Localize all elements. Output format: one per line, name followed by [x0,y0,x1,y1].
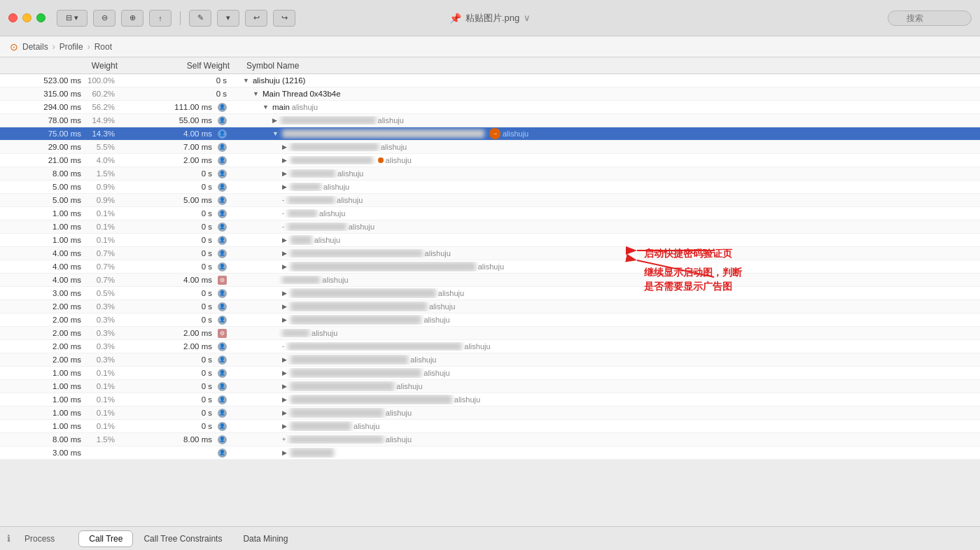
forward-button[interactable]: ↪ [273,10,295,27]
table-row[interactable]: 315.00 ms60.2%0 s▼Main Thread 0x43b4e [0,87,980,101]
table-row[interactable]: 523.00 ms100.0%0 s▼alishuju (1216) [0,74,980,87]
table-row[interactable]: 1.00 ms0.1%0 s👤▶▶[ npl alishuju [0,234,980,247]
expand-icon[interactable]: ▶ [282,423,287,430]
expand-icon[interactable]: ▶ [282,369,287,376]
weight-cell: 29.00 ms5.5% [0,143,126,151]
expand-icon[interactable]: ▶ [282,250,287,257]
reply-button[interactable]: ↩ [245,10,267,27]
table-row[interactable]: 2.00 ms0.3%2.00 ms⚙0xfffffffc alishuju [0,327,980,340]
close-button[interactable] [8,13,18,22]
weight-pct: 0.7% [87,249,115,258]
tab-data-mining[interactable]: Data Mining [232,530,298,547]
table-row[interactable]: 1.00 ms0.1%0 s👤▶▶[ ViewController deallo… [0,407,980,420]
table-row[interactable]: 2.00 ms0.3%2.00 ms👤-__5[ st:successBlock… [0,340,980,353]
symbol-name: cbWnq8l u [282,276,320,284]
weight-pct: 14.9% [87,116,115,125]
self-weight-ms: 7.00 ms [170,143,212,152]
pin-button[interactable]: ✎ [189,10,211,27]
view-toggle-button[interactable]: ⊟ ▾ [57,10,88,27]
expand-icon[interactable]: ▶ [282,356,287,363]
table-row[interactable]: 1.00 ms0.1%0 s👤▶▶[ ach_if_enable alishuj… [0,420,980,433]
expand-icon[interactable]: ▶ [282,409,287,416]
blurred-symbol: + [ siomaskSwizzling load] [289,435,384,444]
user-icon: 👤 [218,316,227,325]
table-row[interactable]: 1.00 ms0.1%0 s👤▶▶[ :He r succeedCallback… [0,367,980,380]
expand-icon[interactable]: ▶ [282,157,287,164]
library-name: alishuju [386,435,412,444]
table-row[interactable]: 2.00 ms0.3%0 s👤▶▶[ r(VCLife) viewDidLayo… [0,300,980,313]
table-row[interactable]: 2.00 ms0.3%0 s👤▶▶[ RenderSample]_block_i… [0,353,980,367]
expand-icon[interactable]: ▶ [282,396,287,403]
table-row[interactable]: 1.00 ms0.1%0 s👤▶▶[ iceManager applicatio… [0,393,980,407]
expand-icon[interactable]: ▶ [282,449,287,456]
self-weight-cell: 7.00 ms👤 [126,143,238,152]
expand-icon[interactable]: + [282,436,286,443]
expand-icon[interactable]: ▶ [282,263,287,270]
table-row[interactable]: 1.00 ms0.1%0 s👤--[ lVane] alishuju [0,207,980,220]
expand-icon[interactable]: ▶ [282,143,287,150]
weight-cell: 3.00 ms [0,449,126,457]
expand-icon[interactable]: - [282,197,284,204]
expand-icon[interactable]: - [282,343,284,350]
table-row[interactable]: 2.00 ms0.3%0 s👤▶▶__41[ ConfigUpdate]_blo… [0,313,980,327]
expand-icon[interactable]: ▶ [282,183,287,190]
blurred-symbol: ▶[ ViewController dealloc] [290,408,384,418]
expand-icon[interactable]: ▶ [282,170,287,177]
tab-call-tree[interactable]: Call Tree [78,530,133,547]
expand-icon[interactable]: ▶ [272,117,277,124]
library-name: alishuju [424,369,449,377]
table-row[interactable]: 1.00 ms0.1%0 s👤▶▶[ nager checkRunLocalFi… [0,380,980,393]
expand-button[interactable]: ▾ [217,10,239,27]
table-row[interactable]: 21.00 ms4.0%2.00 ms👤▶-[ ntroller viewDid… [0,154,980,167]
symbol-name: -[ ntroller viewDidLoad] [290,156,373,164]
tab-call-tree-constraints[interactable]: Call Tree Constraints [133,530,232,547]
library-name: alishuju [503,129,528,138]
share-button[interactable]: ↑ [149,10,172,27]
table-row[interactable]: 294.00 ms56.2%111.00 ms👤▼main alishuju [0,101,980,114]
zoom-out-button[interactable]: ⊖ [93,10,115,27]
minimize-button[interactable] [22,13,31,22]
traffic-lights [8,13,46,22]
weight-cell: 4.00 ms0.7% [0,276,126,284]
breadcrumb-profile[interactable]: Profile [59,42,83,52]
table-row[interactable]: 3.00 ms0.5%0 s👤▶▶_4[ ildNetworkOpeation:… [0,287,980,300]
expand-icon[interactable]: ▶ [282,303,287,310]
maximize-button[interactable] [36,13,46,22]
table-row[interactable]: 75.00 ms14.3%4.00 ms👤▼[A Delegate applic… [0,127,980,141]
expand-icon[interactable]: ▼ [272,130,279,137]
search-input[interactable] [888,10,972,26]
weight-cell: 2.00 ms0.3% [0,329,126,337]
table-row[interactable]: 78.00 ms14.9%55.00 ms👤▶[A ntroller viewD… [0,114,980,127]
expand-icon[interactable]: - [282,210,284,217]
table-row[interactable]: 4.00 ms0.7%4.00 ms⚙cbWnq8l u alishuju [0,274,980,287]
expand-icon[interactable]: ▼ [262,104,269,111]
breadcrumb-root[interactable]: Root [94,42,112,52]
expand-icon[interactable]: ▼ [253,90,259,97]
table-row[interactable]: 8.00 ms1.5%0 s👤▶-[ lilangSDK] alishuju [0,167,980,181]
expand-icon[interactable]: - [282,223,284,230]
table-row[interactable]: 4.00 ms0.7%0 s👤▶▶__57-[ RunLocalFileOnMa… [0,260,980,274]
self-weight-ms: 2.00 ms [170,342,212,351]
blurred-symbol: ▶[ ach_if_enable [290,421,351,431]
symbol-cell: ▼Main Thread 0x43b4e [238,90,980,98]
self-weight-ms: 8.00 ms [170,435,212,444]
table-row[interactable]: 8.00 ms1.5%8.00 ms👤++ [ siomaskSwizzling… [0,433,980,446]
expand-icon[interactable]: ▶ [282,237,287,244]
expand-icon[interactable]: ▶ [282,290,287,297]
table-row[interactable]: 5.00 ms0.9%0 s👤▶-[ TSDK] alishuju [0,181,980,194]
table-row[interactable]: 1.00 ms0.1%0 s👤--[ WithCallback:] alishu… [0,220,980,234]
circle-indicator-icon: → [489,128,500,139]
table-row[interactable]: 3.00 ms👤▶▶[ ltem load [0,446,980,460]
table-row[interactable]: 5.00 ms0.9%5.00 ms👤--[ llAttributes] ali… [0,194,980,207]
blurred-symbol: ▶[ ltem load [290,448,334,458]
breadcrumb-details[interactable]: Details [22,42,48,52]
expand-icon[interactable]: ▶ [282,383,287,390]
zoom-in-button[interactable]: ⊕ [121,10,144,27]
weight-ms: 1.00 ms [39,223,81,231]
window-title: 粘贴图片.png [465,12,519,24]
table-row[interactable]: 29.00 ms5.5%7.00 ms👤▶-[ PasswordAfterLau… [0,141,980,154]
user-icon: 👤 [218,289,227,298]
expand-icon[interactable]: ▶ [282,316,287,323]
table-row[interactable]: 4.00 ms0.7%0 s👤▶-[ eiveChallenge:complet… [0,247,980,260]
expand-icon[interactable]: ▼ [243,77,249,84]
